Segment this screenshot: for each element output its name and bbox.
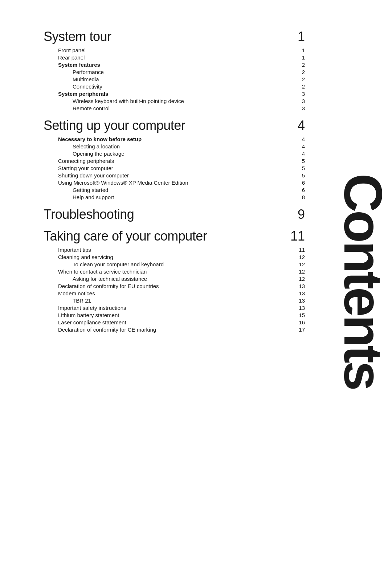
section-page-setting-up: 4 <box>290 118 305 133</box>
toc-entry-page: 2 <box>294 69 305 75</box>
toc-row[interactable]: Getting started6 <box>44 187 305 193</box>
toc-entry-page: 1 <box>294 47 305 53</box>
section-heading-setting-up[interactable]: Setting up your computer4 <box>44 118 305 133</box>
toc-entry-label: Multimedia <box>44 76 99 82</box>
toc-entry-label: Starting your computer <box>44 165 113 171</box>
right-sidebar: Contents <box>334 0 392 562</box>
toc-row[interactable]: Cleaning and servicing12 <box>44 254 305 260</box>
toc-entry-label: Front panel <box>44 47 86 53</box>
toc-row[interactable]: Performance2 <box>44 69 305 75</box>
toc-entry-label: Important safety instructions <box>44 305 126 311</box>
section-page-taking-care: 11 <box>290 229 305 244</box>
toc-row[interactable]: Front panel1 <box>44 47 305 53</box>
toc-row[interactable]: Shutting down your computer5 <box>44 172 305 179</box>
section-title-system-tour: System tour <box>44 29 111 44</box>
toc-row[interactable]: Connectivity2 <box>44 83 305 90</box>
toc-entry-label: Performance <box>44 69 104 75</box>
toc-row[interactable]: Asking for technical assistance12 <box>44 276 305 282</box>
toc-entry-label: Connectivity <box>44 83 102 90</box>
toc-entry-label: Rear panel <box>44 54 85 61</box>
toc-entry-label: Getting started <box>44 187 108 193</box>
toc-entry-label: Declaration of conformity for EU countri… <box>44 283 159 289</box>
toc-entry-label: When to contact a service technician <box>44 268 147 275</box>
section-title-troubleshooting: Troubleshooting <box>44 207 134 222</box>
toc-entry-label: Modem notices <box>44 290 95 296</box>
toc-row[interactable]: Modem notices13 <box>44 290 305 296</box>
toc-row[interactable]: Selecting a location4 <box>44 143 305 149</box>
toc-entry-page: 6 <box>294 187 305 193</box>
section-heading-taking-care[interactable]: Taking care of your computer11 <box>44 229 305 244</box>
toc-entry-label: System features <box>44 62 100 68</box>
toc-row[interactable]: Important tips11 <box>44 247 305 253</box>
toc-entry-label: Asking for technical assistance <box>44 276 147 282</box>
toc-row[interactable]: Opening the package4 <box>44 151 305 157</box>
toc-entry-page: 13 <box>294 298 305 304</box>
toc-entry-page: 13 <box>294 290 305 296</box>
toc-entry-page: 8 <box>294 194 305 200</box>
toc-entry-page: 3 <box>294 91 305 97</box>
section-page-system-tour: 1 <box>290 29 305 44</box>
toc-entry-page: 13 <box>294 305 305 311</box>
section-heading-system-tour[interactable]: System tour1 <box>44 29 305 44</box>
toc-entry-page: 2 <box>294 76 305 82</box>
toc-entry-label: To clean your computer and keyboard <box>44 261 164 267</box>
toc-entries-system-tour: Front panel1Rear panel1System features2P… <box>44 47 305 111</box>
toc-entry-page: 12 <box>294 276 305 282</box>
toc-row[interactable]: To clean your computer and keyboard12 <box>44 261 305 267</box>
toc-row[interactable]: Help and support8 <box>44 194 305 200</box>
toc-entry-label: Important tips <box>44 247 91 253</box>
toc-row[interactable]: Starting your computer5 <box>44 165 305 171</box>
toc-row[interactable]: TBR 2113 <box>44 298 305 304</box>
toc-entry-page: 4 <box>294 136 305 142</box>
toc-entry-label: Selecting a location <box>44 143 120 149</box>
toc-entry-label: Declaration of conformity for CE marking <box>44 327 156 333</box>
toc-row[interactable]: Laser compliance statement16 <box>44 319 305 325</box>
toc-row[interactable]: System peripherals3 <box>44 91 305 97</box>
toc-entry-page: 12 <box>294 268 305 275</box>
toc-entry-label: Help and support <box>44 194 114 200</box>
section-title-taking-care: Taking care of your computer <box>44 229 207 244</box>
section-heading-troubleshooting[interactable]: Troubleshooting9 <box>44 207 305 222</box>
page-container: System tour1Front panel1Rear panel1Syste… <box>0 0 392 562</box>
toc-entry-page: 1 <box>294 54 305 61</box>
toc-entry-label: Cleaning and servicing <box>44 254 113 260</box>
toc-entry-page: 3 <box>294 105 305 111</box>
toc-entry-label: Wireless keyboard with built-in pointing… <box>44 98 184 104</box>
toc-row[interactable]: Important safety instructions13 <box>44 305 305 311</box>
toc-entry-label: System peripherals <box>44 91 108 97</box>
toc-row[interactable]: Declaration of conformity for EU countri… <box>44 283 305 289</box>
toc-entry-label: Laser compliance statement <box>44 319 126 325</box>
toc-entry-page: 11 <box>294 247 305 253</box>
toc-row[interactable]: System features2 <box>44 62 305 68</box>
toc-row[interactable]: Remote control3 <box>44 105 305 111</box>
toc-entry-label: Shutting down your computer <box>44 172 129 179</box>
toc-entry-page: 5 <box>294 165 305 171</box>
toc-row[interactable]: Using Microsoft® Windows® XP Media Cente… <box>44 180 305 186</box>
toc-row[interactable]: Wireless keyboard with built-in pointing… <box>44 98 305 104</box>
toc-entry-page: 17 <box>294 327 305 333</box>
toc-entry-label: Necessary to know before setup <box>44 136 142 142</box>
toc-entry-page: 5 <box>294 172 305 179</box>
toc-entry-page: 5 <box>294 158 305 164</box>
toc-row[interactable]: Declaration of conformity for CE marking… <box>44 327 305 333</box>
toc-entry-page: 2 <box>294 62 305 68</box>
toc-row[interactable]: Multimedia2 <box>44 76 305 82</box>
toc-entry-label: Using Microsoft® Windows® XP Media Cente… <box>44 180 188 186</box>
toc-entry-page: 15 <box>294 312 305 318</box>
toc-row[interactable]: Necessary to know before setup4 <box>44 136 305 142</box>
contents-title: Contents <box>336 173 390 389</box>
toc-entry-page: 4 <box>294 143 305 149</box>
toc-row[interactable]: Lithium battery statement15 <box>44 312 305 318</box>
toc-row[interactable]: When to contact a service technician12 <box>44 268 305 275</box>
toc-entries-taking-care: Important tips11Cleaning and servicing12… <box>44 247 305 333</box>
toc-row[interactable]: Connecting peripherals5 <box>44 158 305 164</box>
section-page-troubleshooting: 9 <box>290 207 305 222</box>
toc-entry-page: 4 <box>294 151 305 157</box>
toc-entry-label: Opening the package <box>44 151 124 157</box>
toc-entry-page: 12 <box>294 254 305 260</box>
section-title-setting-up: Setting up your computer <box>44 118 185 133</box>
toc-entries-setting-up: Necessary to know before setup4Selecting… <box>44 136 305 200</box>
toc-row[interactable]: Rear panel1 <box>44 54 305 61</box>
toc-entry-label: TBR 21 <box>44 298 91 304</box>
toc-entry-page: 12 <box>294 261 305 267</box>
